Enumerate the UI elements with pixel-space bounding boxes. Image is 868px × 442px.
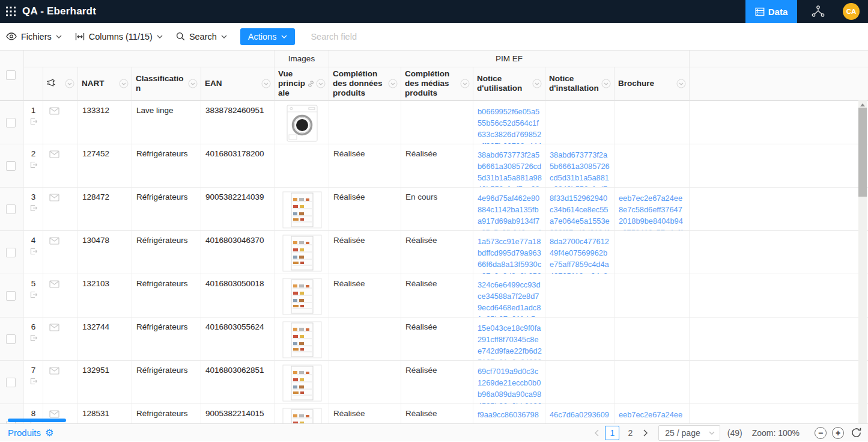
brochure-cell: [615, 361, 690, 404]
col-notice-utilisation[interactable]: Notice d'utilisation: [473, 67, 545, 100]
vertical-scrollbar-thumb[interactable]: [858, 108, 867, 197]
mail-icon[interactable]: [49, 280, 59, 288]
nart-value: 128531: [82, 409, 109, 418]
open-record-icon[interactable]: [29, 117, 38, 126]
classification-cell: Réfrigérateurs: [132, 144, 201, 187]
product-image[interactable]: [282, 278, 322, 315]
filter-chevron-icon[interactable]: [460, 79, 470, 88]
completion-donnees-cell: Réalisée: [329, 188, 401, 230]
page-1-button[interactable]: 1: [605, 426, 619, 440]
fichiers-dropdown[interactable]: Fichiers: [6, 32, 62, 41]
col-completion-medias[interactable]: Complétion des médias produits: [401, 67, 473, 100]
next-page-button[interactable]: [639, 426, 652, 440]
filter-chevron-icon[interactable]: [261, 79, 271, 88]
notice-installation-link[interactable]: 8f33d152962940c34b614ce8ec55a7e064e5a155…: [550, 192, 611, 230]
entity-tab-produits[interactable]: Produits: [8, 428, 41, 438]
mail-icon[interactable]: [49, 324, 59, 331]
gear-icon[interactable]: ⚙: [45, 428, 53, 438]
product-image[interactable]: [282, 105, 322, 142]
col-nart[interactable]: NART: [78, 67, 132, 100]
col-notice-installation[interactable]: Notice d'installation: [545, 67, 615, 100]
col-classification[interactable]: Classification: [132, 67, 201, 100]
notice-utilisation-link[interactable]: b0669952f6e05a555b56c52d564c1f633c3826d7…: [478, 106, 542, 144]
refresh-button[interactable]: [851, 427, 862, 438]
notice-installation-link[interactable]: 38abd673773f2a5b6661a3085726cd5d31b1a5a8…: [550, 149, 611, 187]
ean-value: 4016803178200: [205, 149, 264, 158]
workflow-button[interactable]: [797, 0, 839, 23]
columns-dropdown[interactable]: Columns (11/15): [75, 32, 163, 41]
row-checkbox[interactable]: [6, 248, 16, 257]
brochure-link[interactable]: eeb7ec2e67a24ee8e7c58d6eff376472018b9be8…: [619, 192, 686, 230]
notice-utilisation-link[interactable]: f9aa9cc860367981b: [478, 409, 542, 423]
nart-value: 130478: [82, 236, 109, 245]
filter-chevron-icon[interactable]: [316, 79, 326, 88]
row-checkbox[interactable]: [6, 118, 16, 127]
horizontal-scrollbar-thumb[interactable]: [8, 419, 66, 422]
open-record-icon[interactable]: [29, 247, 38, 256]
ean-value: 3838782460951: [205, 106, 264, 115]
col-completion-donnees[interactable]: Complétion des données produits: [329, 67, 401, 100]
row-checkbox[interactable]: [6, 378, 16, 387]
open-record-icon[interactable]: [29, 334, 38, 342]
filter-chevron-icon[interactable]: [601, 79, 611, 88]
open-record-icon[interactable]: [29, 204, 38, 212]
filter-chevron-icon[interactable]: [532, 79, 542, 88]
open-record-icon[interactable]: [29, 290, 38, 299]
scroll-up-arrow-icon[interactable]: [860, 103, 865, 106]
zoom-in-button[interactable]: +: [832, 427, 844, 439]
brochure-link[interactable]: eeb7ec2e67a24ee8e: [619, 409, 686, 423]
notice-installation-link[interactable]: 8da2700c47761249f4e07569962be75aff7859c4…: [550, 236, 611, 274]
filter-chevron-icon[interactable]: [65, 79, 74, 88]
vue-principale-cell: [275, 404, 329, 423]
select-all-checkbox[interactable]: [6, 70, 16, 80]
data-tab[interactable]: Data: [745, 0, 797, 23]
notice-utilisation-link[interactable]: 38abd673773f2a5b6661a3085726cd5d31b1a5a8…: [478, 149, 542, 187]
row-number: 2: [31, 149, 36, 158]
page-size-select[interactable]: 25 / page: [658, 425, 720, 441]
zoom-out-button[interactable]: −: [815, 427, 827, 439]
col-vue-principale[interactable]: Vue principale: [275, 67, 329, 100]
filter-chevron-icon[interactable]: [388, 79, 398, 88]
mail-icon[interactable]: [49, 367, 59, 375]
prev-page-button[interactable]: [590, 426, 603, 440]
notice-utilisation-link[interactable]: 324c6e6499cc93dce34588a7f2e8d79ecd6468ed…: [478, 279, 542, 317]
product-image[interactable]: [282, 235, 322, 272]
row-checkbox[interactable]: [6, 291, 16, 301]
notice-utilisation-link[interactable]: 4e96d75af462e80884c1142ba135fba917d69ab9…: [478, 192, 542, 230]
filter-chevron-icon[interactable]: [188, 79, 198, 88]
row-checkbox[interactable]: [6, 334, 16, 344]
notice-utilisation-link[interactable]: 1a573cc91e77a18bdffcd995d79a96366f6da8a1…: [478, 236, 542, 274]
mail-icon[interactable]: [49, 150, 59, 158]
mail-icon[interactable]: [49, 237, 59, 245]
page-2-button[interactable]: 2: [623, 426, 637, 440]
actions-button[interactable]: Actions: [240, 28, 296, 45]
open-record-icon[interactable]: [29, 377, 38, 385]
filler-cell: [690, 144, 868, 187]
notice-installation-link[interactable]: 46c7d6a0293609d8: [550, 409, 611, 423]
mail-icon[interactable]: [49, 410, 59, 418]
vertical-scrollbar[interactable]: [858, 100, 867, 423]
notice-utilisation-link[interactable]: 15e043ce18c9f0fa291cff8f70345c8ee742d9fa…: [478, 322, 542, 360]
row-checkbox[interactable]: [6, 161, 16, 171]
mail-icon[interactable]: [49, 194, 59, 201]
mail-icon[interactable]: [49, 107, 59, 115]
notice-utilisation-cell: 38abd673773f2a5b6661a3085726cd5d31b1a5a8…: [473, 144, 545, 187]
col-ean[interactable]: EAN: [201, 67, 275, 100]
avatar[interactable]: CA: [843, 3, 860, 20]
product-image[interactable]: [282, 364, 322, 402]
search-input[interactable]: [311, 32, 449, 41]
open-record-icon[interactable]: [29, 161, 38, 169]
row-number: 6: [31, 322, 36, 331]
grid-icon[interactable]: [6, 7, 16, 17]
nart-cell: 132951: [78, 361, 132, 404]
product-image[interactable]: [282, 408, 322, 423]
filter-chevron-icon[interactable]: [676, 79, 686, 88]
col-brochure[interactable]: Brochure: [615, 67, 690, 100]
product-image[interactable]: [282, 191, 322, 229]
row-checkbox[interactable]: [6, 204, 16, 214]
search-dropdown[interactable]: Search: [176, 32, 227, 41]
product-image[interactable]: [282, 321, 322, 358]
brochure-cell: eeb7ec2e67a24ee8e7c58d6eff376472018b9be8…: [615, 188, 690, 230]
filter-chevron-icon[interactable]: [119, 79, 129, 88]
notice-utilisation-link[interactable]: 69cf7019a9d0c3c1269de21eccb0b0b96a089da9…: [478, 366, 542, 404]
